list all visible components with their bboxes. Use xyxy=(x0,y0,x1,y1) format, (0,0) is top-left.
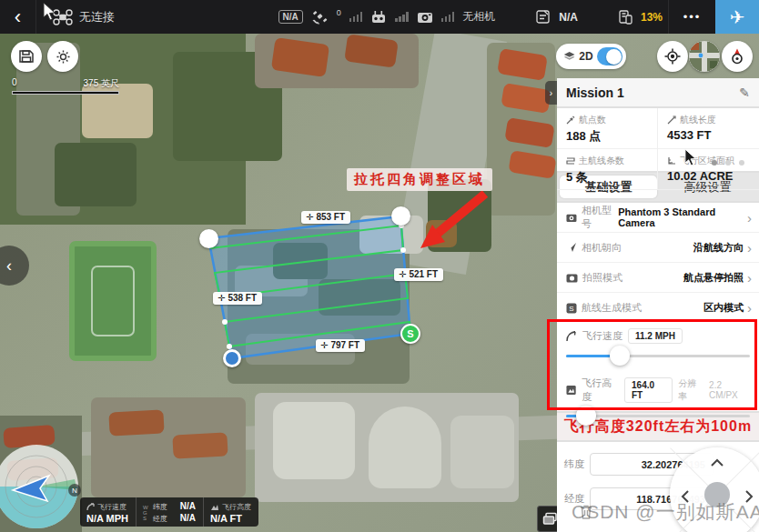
start-flight-button[interactable]: ✈ xyxy=(715,0,759,34)
chevron-right-icon: › xyxy=(550,88,552,98)
nudge-left-button[interactable] xyxy=(681,489,690,504)
satellite-patch xyxy=(108,409,164,436)
satellite-patch xyxy=(450,416,514,488)
mission-stats: 航点数 188 点 航线长度 4533 FT 主航线条数 5 条 飞行区域面积 … xyxy=(557,108,759,171)
telemetry-bar: 飞行速度 N/A MPH WGS 纬度N/A 经度N/A 飞行高度 N/A FT xyxy=(80,497,258,527)
edge-length-label: ✛853 FT xyxy=(301,211,350,224)
chevron-right-icon: › xyxy=(747,270,752,286)
minimap-thumbnail xyxy=(689,41,720,72)
satellite-patch xyxy=(55,143,137,206)
move-cross-icon: ✛ xyxy=(399,269,406,279)
telemetry-position: WGS 纬度N/A 经度N/A xyxy=(136,497,203,527)
resolution-value: 2.2 CM/PX xyxy=(709,380,750,400)
chevron-right-icon: › xyxy=(747,240,752,256)
camera-model-icon xyxy=(566,213,577,223)
rc-signal-bars-icon xyxy=(395,12,409,22)
save-icon xyxy=(18,48,35,65)
survey-polygon[interactable] xyxy=(208,216,410,358)
speed-icon xyxy=(86,503,95,511)
setting-route-mode[interactable]: S 航线生成模式 区内模式 › xyxy=(557,293,759,323)
battery-device-icon xyxy=(618,9,632,25)
telemetry-speed: 飞行速度 N/A MPH xyxy=(80,497,136,527)
corner-handle[interactable] xyxy=(391,206,410,226)
compass-reset-button[interactable] xyxy=(722,41,753,72)
area-icon xyxy=(667,156,676,166)
chevron-left-icon: ‹ xyxy=(6,256,12,276)
setting-camera-model[interactable]: 相机型号 Phantom 3 Standard Camera › xyxy=(557,203,759,233)
locate-me-button[interactable] xyxy=(657,41,688,72)
setting-photo-mode[interactable]: 拍照模式 航点悬停拍照 › xyxy=(557,263,759,293)
corner-handle[interactable] xyxy=(223,349,241,367)
altitude-slider-row: 飞行高度 164.0 FT 分辨率 2.2 CM/PX xyxy=(566,376,750,417)
more-menu-button[interactable]: ••• xyxy=(668,0,715,34)
map-mode-control: 2D xyxy=(556,44,626,69)
altitude-slider[interactable] xyxy=(566,415,750,417)
flight-mode-badge: N/A xyxy=(278,10,303,24)
svg-text:S: S xyxy=(569,304,573,312)
stat-area: 飞行区域面积 10.02 ACRE xyxy=(658,149,759,190)
datum-label: WGS xyxy=(143,505,148,521)
edit-mission-button[interactable]: ✎ xyxy=(739,85,750,100)
setting-camera-heading[interactable]: 相机朝向 沿航线方向 › xyxy=(557,233,759,263)
photo-mode-icon xyxy=(566,273,578,283)
compass-north-label: N xyxy=(72,487,77,495)
back-button[interactable]: ‹ xyxy=(0,0,36,34)
airplane-icon: ✈ xyxy=(730,6,745,28)
tutorial-annotation: 拉托四角调整区域 xyxy=(347,168,492,191)
altitude-icon xyxy=(210,503,219,511)
aircraft-status: 无连接 xyxy=(53,9,115,25)
delete-mission-button[interactable] xyxy=(579,504,593,520)
locate-icon xyxy=(663,47,682,65)
2d-mode-toggle[interactable] xyxy=(597,47,622,65)
panel-collapse-button[interactable]: › xyxy=(545,81,557,105)
map-scale-bar: 0375 英尺 xyxy=(12,77,119,95)
app-window: ‹ 无连接 N/A 0 无相机 N/A 13% ••• ✈ xyxy=(0,0,759,532)
chevron-right-icon: › xyxy=(747,300,752,316)
camera-signal-bars-icon xyxy=(441,12,455,22)
serpentine-icon xyxy=(566,156,575,166)
minimap-button[interactable] xyxy=(689,41,720,72)
camera-status-label: 无相机 xyxy=(462,9,495,25)
satellite-patch xyxy=(369,407,441,488)
edge-length-label: ✛797 FT xyxy=(316,339,365,352)
sports-field-lines xyxy=(91,266,135,336)
collapse-left-button[interactable]: ‹ xyxy=(0,246,29,286)
settings-button[interactable] xyxy=(47,41,78,72)
mission-panel: › Mission 1 ✎ 航点数 188 点 航线长度 4533 FT 主航线… xyxy=(557,78,759,532)
waypoint-icon xyxy=(566,115,575,125)
route-length-icon xyxy=(667,115,676,125)
remote-controller-icon xyxy=(370,10,387,24)
nudge-dpad xyxy=(670,447,759,532)
move-cross-icon: ✛ xyxy=(320,340,328,350)
mission-title: Mission 1 xyxy=(566,85,624,100)
flight-speed-icon xyxy=(566,331,577,342)
gear-icon xyxy=(55,48,72,65)
satellite-patch xyxy=(172,432,228,458)
satellite-patch xyxy=(426,220,457,247)
route-mode-icon: S xyxy=(566,303,577,314)
telemetry-altitude: 飞行高度 N/A FT xyxy=(203,497,258,527)
edge-length-label: ✛521 FT xyxy=(394,268,443,281)
satellite-patch xyxy=(273,402,355,479)
start-point-marker[interactable]: S xyxy=(400,324,420,344)
speed-value: 11.2 MPH xyxy=(628,328,683,344)
stats-pagination-dots[interactable] xyxy=(712,160,744,166)
mission-header: Mission 1 ✎ xyxy=(557,78,759,106)
nudge-right-button[interactable] xyxy=(744,489,754,504)
compass-widget[interactable]: N xyxy=(0,443,84,532)
camera-icon xyxy=(417,11,433,24)
chevron-right-icon: › xyxy=(747,210,752,226)
speed-slider-handle[interactable] xyxy=(610,346,630,366)
speed-slider[interactable] xyxy=(566,355,750,357)
compass-north-icon xyxy=(728,47,746,65)
nudge-center-button[interactable] xyxy=(704,482,730,507)
checklist-value: N/A xyxy=(559,11,578,24)
nudge-up-button[interactable] xyxy=(710,458,724,467)
stat-main-lines: 主航线条数 5 条 xyxy=(557,149,658,190)
top-status-bar: ‹ 无连接 N/A 0 无相机 N/A 13% ••• ✈ xyxy=(0,0,759,34)
flight-parameter-sliders: 飞行速度 11.2 MPH 飞行高度 164.0 FT 分辨率 2.2 CM/P… xyxy=(557,323,759,411)
speed-slider-row: 飞行速度 11.2 MPH xyxy=(566,328,750,369)
corner-handle[interactable] xyxy=(199,229,218,248)
save-mission-button[interactable] xyxy=(11,41,42,72)
battery-percent: 13% xyxy=(641,11,663,24)
